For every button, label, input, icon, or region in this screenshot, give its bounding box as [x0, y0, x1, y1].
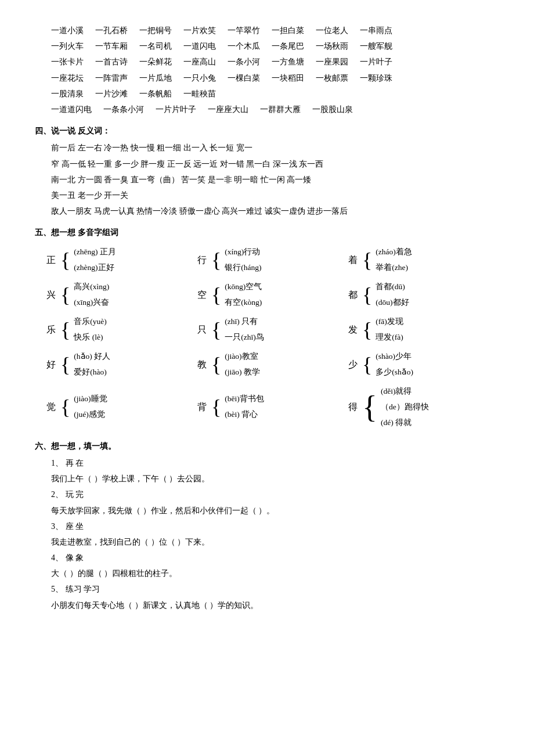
word-item: 一个木瓜 [228, 39, 260, 53]
section6: 六、想一想，填一填。 1、 再 在我们上午（ ）学校上课，下午（ ）去公园。2、… [35, 439, 499, 613]
row2: 一道道闪电一条条小河一片片叶子一座座大山一群群大雁一股股山泉 [51, 102, 499, 117]
poly-word-cell: 行{(xíng)行动银行(háng) [197, 246, 348, 275]
poly-char: 只 [197, 322, 209, 339]
poly-entry: (jiào)教室 [225, 350, 260, 363]
word-item: 一朵鲜花 [139, 55, 172, 69]
poly-word-cell: 教{(jiào)教室(jiāo) 教学 [197, 350, 348, 379]
word-row: 一列火车一节车厢一名司机一道闪电一个木瓜一条尾巴一场秋雨一艘军舰 [51, 39, 499, 53]
word-item: 一颗珍珠 [360, 71, 392, 85]
poly-entry: 举着(zhe) [376, 261, 412, 275]
poly-entry: (bèi) 背心 [225, 408, 264, 422]
poly-entries: (xíng)行动银行(háng) [225, 246, 261, 275]
poly-entries: (fā)发现理发(fà) [376, 315, 403, 344]
antonym-row: 前一后 左一右 冷一热 快一慢 粗一细 出一入 长一短 宽一 [51, 141, 499, 155]
poly-entry: (fā)发现 [376, 315, 403, 329]
fill-words-line: 5、 练习 学习 [51, 582, 499, 596]
poly-char: 少 [348, 357, 360, 373]
poly-entry: 高兴(xìng) [74, 280, 109, 294]
poly-entry: (xīng)兴奋 [74, 296, 109, 309]
poly-char: 背 [197, 399, 209, 416]
poly-char: 教 [197, 357, 209, 373]
brace-symbol: { [211, 285, 221, 305]
fill-sentence: 大（ ）的腿（ ）四根粗壮的柱子。 [51, 566, 499, 581]
poly-word-cell: 好{(hǎo) 好人爱好(hào) [46, 350, 197, 379]
poly-entry: (zháo)着急 [376, 246, 412, 259]
word-item: 一担白菜 [272, 23, 304, 38]
poly-entry: 快乐 (lè) [74, 331, 106, 344]
word-item: 一座高山 [183, 55, 216, 69]
poly-entries: (zháo)着急举着(zhe) [376, 246, 412, 275]
poly-entry: 爱好(hào) [74, 366, 110, 379]
word-item: 一串雨点 [360, 23, 392, 38]
brace-symbol: { [362, 354, 372, 375]
word-item: 一艘军舰 [360, 39, 392, 53]
section5-header: 五、想一想 多音字组词 [35, 225, 499, 240]
poly-char: 好 [46, 357, 58, 373]
brace-symbol: { [362, 285, 372, 305]
poly-word-cell: 得{(děi)就得（de）跑得快(dé) 得就 [348, 385, 499, 430]
poly-char: 空 [197, 287, 209, 304]
poly-entry: (dé) 得就 [381, 416, 429, 430]
poly-char: 兴 [46, 287, 58, 304]
word-item: 一股清泉 [51, 87, 84, 101]
brace-symbol: { [362, 319, 372, 340]
poly-entries: (zhēng) 正月(zhèng)正好 [74, 246, 116, 275]
poly-word-cell: 乐{音乐(yuè)快乐 (lè) [46, 315, 197, 344]
word-item: 一座果园 [316, 55, 348, 69]
section6-header: 六、想一想，填一填。 [35, 439, 499, 453]
antonym-row: 敌人一朋友 马虎一认真 热情一冷淡 骄傲一虚心 高兴一难过 诚实一虚伪 进步一落… [51, 204, 499, 218]
poly-entries: (shào)少年多少(shǎo) [376, 350, 413, 379]
poly-entry: (xíng)行动 [225, 246, 261, 259]
brace-symbol: { [60, 250, 70, 271]
poly-word-cell: 只{(zhī) 只有一只(zhī)鸟 [197, 315, 348, 344]
word-item: 一股股山泉 [312, 102, 353, 117]
poly-entry: (dōu)都好 [376, 296, 409, 309]
section4: 四、说一说 反义词： 前一后 左一右 冷一热 快一慢 粗一细 出一入 长一短 宽… [35, 124, 499, 218]
poly-char: 都 [348, 287, 360, 304]
poly-word-cell: 兴{高兴(xìng)(xīng)兴奋 [46, 280, 197, 309]
word-item: 一道道闪电 [51, 102, 92, 117]
word-item: 一片叶子 [360, 55, 392, 69]
poly-char: 着 [348, 252, 360, 269]
brace-symbol: { [362, 250, 372, 271]
poly-entries: (zhī) 只有一只(zhī)鸟 [225, 315, 264, 344]
poly-entries: 高兴(xìng)(xīng)兴奋 [74, 280, 109, 309]
brace-symbol: { [211, 250, 221, 271]
word-item: 一只小兔 [183, 71, 216, 85]
poly-word-cell: 空{(kōng)空气有空(kòng) [197, 280, 348, 309]
word-item: 一场秋雨 [316, 39, 348, 53]
poly-word-cell: 着{(zháo)着急举着(zhe) [348, 246, 499, 275]
word-item: 一节车厢 [95, 39, 128, 53]
poly-char: 得 [348, 399, 360, 416]
word-rows-section: 一道小溪一孔石桥一把铜号一片欢笑一竿翠竹一担白菜一位老人一串雨点一列火车一节车厢… [35, 23, 499, 117]
poly-entries: (hǎo) 好人爱好(hào) [74, 350, 110, 379]
fill-sentence: 我走进教室，找到自己的（ ）位（ ）下来。 [51, 535, 499, 549]
fill-words-line: 2、 玩 完 [51, 487, 499, 502]
poly-char: 行 [197, 252, 209, 269]
word-item: 一座座大山 [208, 102, 248, 117]
poly-word-cell: 少{(shào)少年多少(shǎo) [348, 350, 499, 379]
word-item: 一片瓜地 [139, 71, 172, 85]
antonym-row: 南一北 方一圆 香一臭 直一弯（曲） 苦一笑 是一非 明一暗 忙一闲 高一矮 [51, 172, 499, 187]
word-item: 一孔石桥 [95, 23, 128, 38]
page-content: 一道小溪一孔石桥一把铜号一片欢笑一竿翠竹一担白菜一位老人一串雨点一列火车一节车厢… [35, 23, 499, 613]
brace-symbol: { [211, 397, 221, 417]
poly-entry: （de）跑得快 [381, 401, 429, 414]
word-item: 一位老人 [316, 23, 348, 38]
word-item: 一首古诗 [95, 55, 128, 69]
word-row: 一股清泉一片沙滩一条帆船一畦秧苗 [51, 87, 499, 101]
poly-entry: (zhī) 只有 [225, 315, 264, 329]
poly-entry: 一只(zhī)鸟 [225, 331, 264, 344]
poly-entries: (bēi)背书包(bèi) 背心 [225, 393, 264, 422]
word-item: 一片欢笑 [183, 23, 216, 38]
brace-symbol: { [211, 319, 221, 340]
poly-entry: (kōng)空气 [225, 280, 262, 294]
poly-word-cell: 发{(fā)发现理发(fà) [348, 315, 499, 344]
poly-entry: (jiāo) 教学 [225, 366, 260, 379]
word-item: 一枚邮票 [316, 71, 348, 85]
poly-entry: 多少(shǎo) [376, 366, 413, 379]
word-item: 一道小溪 [51, 23, 84, 38]
fill-sentence: 小朋友们每天专心地（ ）新课文，认真地（ ）学的知识。 [51, 598, 499, 613]
poly-entries: (jiào)教室(jiāo) 教学 [225, 350, 260, 379]
fill-sentence: 我们上午（ ）学校上课，下午（ ）去公园。 [51, 471, 499, 486]
